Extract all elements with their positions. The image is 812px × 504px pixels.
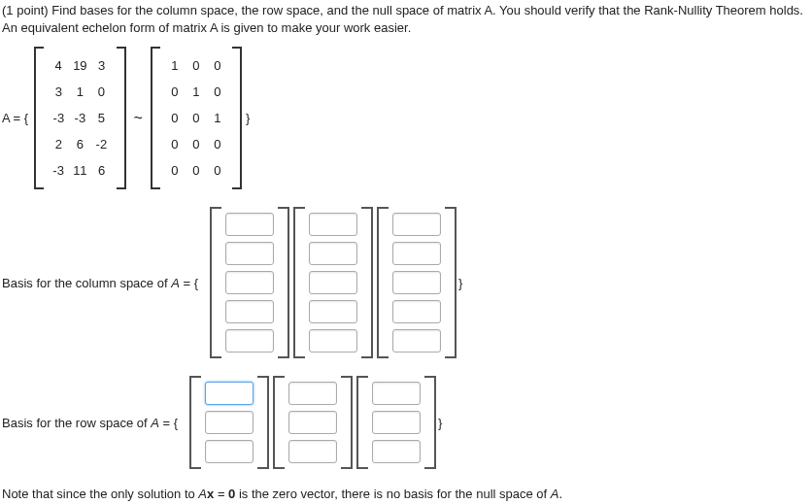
col-v1-c3[interactable] bbox=[225, 271, 274, 294]
row-v1-c3[interactable] bbox=[205, 440, 254, 463]
column-space-row: Basis for the column space of A = { bbox=[2, 207, 812, 358]
col-vector-2 bbox=[293, 207, 373, 358]
row-space-vectors: } bbox=[187, 376, 442, 469]
close-brace: } bbox=[438, 416, 442, 430]
col-v3-c4[interactable] bbox=[392, 300, 441, 323]
col-v1-c1[interactable] bbox=[225, 213, 274, 236]
row-v2-c3[interactable] bbox=[288, 440, 337, 463]
row-space-label: Basis for the row space of A = { bbox=[2, 416, 178, 430]
row-vector-3 bbox=[356, 376, 436, 469]
tilde-symbol: ~ bbox=[134, 110, 143, 127]
col-v1-c5[interactable] bbox=[225, 329, 274, 353]
col-v2-c2[interactable] bbox=[309, 242, 357, 265]
col-v1-c2[interactable] bbox=[225, 242, 274, 265]
problem-intro: (1 point) Find bases for the column spac… bbox=[2, 2, 812, 37]
col-v3-c3[interactable] bbox=[392, 271, 441, 294]
col-v3-c1[interactable] bbox=[392, 213, 441, 236]
column-space-label: Basis for the column space of A = { bbox=[2, 276, 198, 290]
null-space-note: Note that since the only solution to Ax … bbox=[2, 487, 812, 501]
row-vector-1 bbox=[189, 376, 269, 469]
col-vector-3 bbox=[377, 207, 457, 358]
row-vector-2 bbox=[273, 376, 353, 469]
close-brace: } bbox=[458, 276, 462, 290]
row-v3-c1[interactable] bbox=[372, 382, 421, 405]
col-v2-c5[interactable] bbox=[309, 329, 357, 353]
col-v1-c4[interactable] bbox=[225, 300, 274, 323]
row-v3-c3[interactable] bbox=[372, 440, 421, 463]
row-v1-c2[interactable] bbox=[205, 411, 254, 434]
col-v3-c2[interactable] bbox=[392, 242, 441, 265]
row-v3-c2[interactable] bbox=[372, 411, 421, 434]
matrix-prefix: A = { bbox=[2, 111, 28, 125]
col-v3-c5[interactable] bbox=[392, 329, 441, 353]
row-v2-c1[interactable] bbox=[288, 382, 337, 405]
row-v2-c2[interactable] bbox=[288, 411, 337, 434]
matrix-equation: A = { 4193 310 -3-35 26-2 -3116 ~ 100 01… bbox=[2, 47, 812, 189]
col-vector-1 bbox=[210, 207, 289, 358]
close-brace: } bbox=[246, 111, 250, 125]
col-v2-c4[interactable] bbox=[309, 300, 357, 323]
row-v1-c1[interactable] bbox=[205, 382, 254, 405]
matrix-echelon: 100 010 001 000 000 bbox=[151, 47, 242, 189]
col-v2-c3[interactable] bbox=[309, 271, 357, 294]
column-space-vectors: } bbox=[208, 207, 462, 358]
row-space-row: Basis for the row space of A = { bbox=[2, 376, 812, 469]
col-v2-c1[interactable] bbox=[309, 213, 357, 236]
matrix-a: 4193 310 -3-35 26-2 -3116 bbox=[34, 47, 125, 189]
